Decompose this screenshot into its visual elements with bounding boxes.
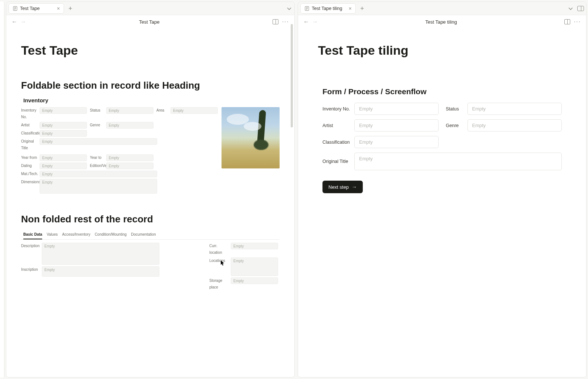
tab-title: Test Tape — [20, 6, 40, 11]
input-genre[interactable]: Empty — [106, 122, 153, 129]
input-dimensions[interactable]: Empty — [40, 179, 157, 194]
input-inscription[interactable]: Empty — [42, 266, 159, 277]
tab-title: Test Tape tiling — [312, 6, 342, 11]
page-title[interactable]: Test Tape tiling — [318, 43, 566, 58]
more-icon[interactable]: ··· — [282, 18, 289, 25]
toolbar-left: ← → Test Tape ··· — [6, 15, 294, 28]
label-inventory-no: Inventory No. — [21, 107, 38, 120]
input-description[interactable]: Empty — [42, 243, 159, 265]
label-locations: Locations — [209, 257, 228, 264]
toolbar-right: ← → Test Tape tiling ··· — [298, 15, 586, 28]
label-classification: Classification — [322, 140, 351, 145]
arrow-right-icon: → — [352, 184, 357, 190]
form-heading: Form / Process / Screenflow — [322, 87, 566, 96]
input-original-title[interactable]: Empty — [40, 138, 157, 145]
reading-mode-icon[interactable] — [273, 19, 278, 24]
input-inventory-no[interactable]: Empty — [354, 103, 439, 115]
tab-bar-right: Test Tape tiling × + — [298, 2, 586, 15]
input-status[interactable]: Empty — [106, 107, 153, 114]
label-storage-place: Storage place — [209, 277, 228, 291]
label-artist: Artist — [322, 123, 351, 128]
basic-data-section: DescriptionEmpty InscriptionEmpty Curr. … — [21, 243, 280, 292]
inventory-heading: Inventory — [23, 97, 280, 103]
input-mat-tech[interactable]: Empty — [40, 171, 157, 177]
document-icon — [13, 6, 18, 11]
label-edition-vers: Edition/Vers. — [90, 163, 105, 169]
split-view-icon[interactable] — [577, 6, 584, 11]
label-inscription: Inscription — [21, 266, 39, 273]
artwork-image[interactable] — [222, 107, 280, 168]
chevron-down-icon[interactable] — [286, 6, 292, 11]
tab-basic-data[interactable]: Basic Data — [23, 231, 42, 239]
input-storage-place[interactable]: Empty — [231, 277, 278, 284]
input-artist[interactable]: Empty — [40, 122, 87, 129]
reading-mode-icon[interactable] — [564, 19, 570, 24]
record-tabs: Basic Data Values Access/Inventory Condi… — [21, 231, 280, 240]
label-curr-location: Curr. location — [209, 243, 228, 256]
label-area: Area — [156, 107, 169, 114]
input-curr-location[interactable]: Empty — [231, 243, 278, 249]
input-genre[interactable]: Empty — [467, 119, 562, 132]
label-status: Status — [446, 106, 464, 112]
document-icon — [304, 6, 310, 11]
form-grid: Inventory No.Empty StatusEmpty ArtistEmp… — [318, 103, 566, 170]
label-year-from: Year from — [21, 154, 38, 161]
label-description: Description — [21, 243, 39, 249]
input-locations[interactable]: Empty — [231, 257, 278, 276]
tab-access-inventory[interactable]: Access/Inventory — [62, 231, 90, 239]
tab-values[interactable]: Values — [47, 231, 58, 239]
label-original-title: Original Title — [21, 138, 38, 151]
input-classification[interactable]: Empty — [354, 136, 439, 148]
back-button[interactable]: ← — [303, 18, 309, 25]
label-mat-tech: Mat./Tech. — [21, 171, 38, 177]
right-pane: Test Tape tiling × + ← → Test Tape tilin… — [298, 1, 587, 378]
label-original-title: Original Title — [322, 159, 351, 164]
page-title[interactable]: Test Tape — [21, 43, 280, 58]
scrollbar[interactable] — [291, 24, 293, 127]
label-year-to: Year to — [90, 154, 105, 161]
inventory-block: Inventory No.Empty StatusEmpty AreaEmpty… — [21, 107, 280, 195]
input-original-title[interactable]: Empty — [354, 153, 562, 170]
input-edition-vers[interactable]: Empty — [106, 163, 153, 169]
chevron-down-icon[interactable] — [568, 6, 574, 11]
close-icon[interactable]: × — [57, 6, 60, 11]
label-genre: Genre — [446, 123, 464, 128]
next-step-label: Next step — [328, 184, 349, 190]
next-step-button[interactable]: Next step → — [322, 181, 363, 193]
right-content: Test Tape tiling Form / Process / Screen… — [298, 28, 586, 377]
tab-test-tape[interactable]: Test Tape × — [9, 3, 64, 14]
input-artist[interactable]: Empty — [354, 119, 439, 132]
input-classification[interactable]: Empty — [40, 130, 87, 137]
tab-test-tape-tiling[interactable]: Test Tape tiling × — [300, 3, 356, 14]
label-genre: Genre — [90, 122, 105, 129]
label-inventory-no: Inventory No. — [322, 106, 351, 112]
section-heading-foldable[interactable]: Foldable section in record like Heading — [21, 80, 280, 91]
back-button[interactable]: ← — [11, 18, 17, 25]
more-icon[interactable]: ··· — [574, 18, 581, 25]
collapsed-sidebar[interactable] — [0, 1, 4, 378]
close-icon[interactable]: × — [349, 6, 352, 11]
label-dimensions: Dimensions — [21, 179, 38, 185]
input-area[interactable]: Empty — [170, 107, 218, 114]
tab-bar-left: Test Tape × + — [6, 2, 294, 15]
left-pane: Test Tape × + ← → Test Tape ··· — [6, 1, 295, 378]
breadcrumb[interactable]: Test Tape tiling — [322, 19, 561, 25]
input-year-from[interactable]: Empty — [40, 154, 87, 161]
breadcrumb[interactable]: Test Tape — [30, 19, 269, 25]
forward-button[interactable]: → — [312, 18, 318, 25]
input-inventory-no[interactable]: Empty — [40, 107, 87, 114]
new-tab-button[interactable]: + — [66, 4, 75, 13]
section-heading-nonfold[interactable]: Non folded rest of the record — [21, 214, 280, 225]
forward-button[interactable]: → — [20, 18, 26, 25]
label-dating: Dating — [21, 163, 38, 169]
label-artist: Artist — [21, 122, 38, 129]
label-status: Status — [90, 107, 105, 114]
new-tab-button[interactable]: + — [358, 4, 366, 13]
tab-condition-mounting[interactable]: Condition/Mounting — [95, 231, 126, 239]
tab-documentation[interactable]: Documentation — [131, 231, 156, 239]
label-classification: Classification — [21, 130, 38, 137]
input-dating[interactable]: Empty — [40, 163, 87, 169]
input-status[interactable]: Empty — [467, 103, 562, 115]
left-content: Test Tape Foldable section in record lik… — [6, 28, 294, 377]
input-year-to[interactable]: Empty — [106, 154, 153, 161]
